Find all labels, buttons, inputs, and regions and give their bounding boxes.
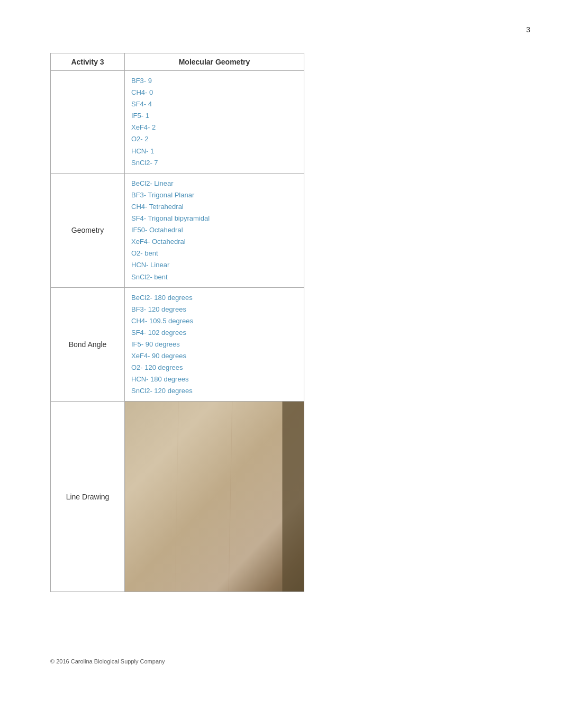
row-label: Line Drawing <box>51 402 125 592</box>
list-item: SnCl2- 120 degrees <box>131 385 297 397</box>
list-item: O2- 2 <box>131 133 297 145</box>
list-item: BF3- Trigonal Planar <box>131 189 297 201</box>
row-content <box>125 402 304 592</box>
list-item: IF5- 1 <box>131 110 297 122</box>
list-item: SF4- Trigonal bipyramidal <box>131 213 297 224</box>
row-label: Geometry <box>51 173 125 287</box>
col1-header: Activity 3 <box>51 53 125 71</box>
table-row: Bond AngleBeCl2- 180 degreesBF3- 120 deg… <box>51 287 304 402</box>
page-number: 3 <box>526 25 530 34</box>
list-item: XeF4- 90 degrees <box>131 350 297 362</box>
list-item: IF5- 90 degrees <box>131 339 297 350</box>
main-content: Activity 3 Molecular Geometry BF3- 9CH4-… <box>50 53 304 592</box>
list-item: BeCl2- Linear <box>131 178 297 189</box>
list-item: CH4- 109.5 degrees <box>131 315 297 327</box>
list-item: CH4- 0 <box>131 87 297 98</box>
list-item: SnCl2- 7 <box>131 157 297 169</box>
list-item: BF3- 120 degrees <box>131 304 297 315</box>
list-item: SF4- 4 <box>131 98 297 110</box>
list-item: HCN- Linear <box>131 259 297 271</box>
table-row: Line Drawing <box>51 402 304 592</box>
row-label: Bond Angle <box>51 287 125 402</box>
list-item: BF3- 9 <box>131 75 297 87</box>
list-item: O2- bent <box>131 248 297 259</box>
list-item: BeCl2- 180 degrees <box>131 292 297 304</box>
list-item: SnCl2- bent <box>131 271 297 283</box>
list-item: HCN- 180 degrees <box>131 374 297 385</box>
table-row: BF3- 9CH4- 0SF4- 4IF5- 1XeF4- 2O2- 2HCN-… <box>51 71 304 174</box>
svg-rect-1 <box>282 402 304 592</box>
row-content: BF3- 9CH4- 0SF4- 4IF5- 1XeF4- 2O2- 2HCN-… <box>125 71 304 174</box>
table-row: GeometryBeCl2- LinearBF3- Trigonal Plana… <box>51 173 304 287</box>
footer-text: © 2016 Carolina Biological Supply Compan… <box>50 658 165 665</box>
activity-table: Activity 3 Molecular Geometry BF3- 9CH4-… <box>50 53 304 592</box>
list-item: HCN- 1 <box>131 145 297 157</box>
list-item: CH4- Tetrahedral <box>131 201 297 213</box>
list-item: SF4- 102 degrees <box>131 327 297 339</box>
row-content: BeCl2- 180 degreesBF3- 120 degreesCH4- 1… <box>125 287 304 402</box>
svg-rect-0 <box>125 402 304 592</box>
row-label <box>51 71 125 174</box>
col2-header: Molecular Geometry <box>125 53 304 71</box>
list-item: O2- 120 degrees <box>131 362 297 374</box>
row-content: BeCl2- LinearBF3- Trigonal PlanarCH4- Te… <box>125 173 304 287</box>
list-item: XeF4- 2 <box>131 122 297 133</box>
list-item: XeF4- Octahedral <box>131 236 297 248</box>
line-drawing-image <box>125 402 304 592</box>
list-item: IF50- Octahedral <box>131 224 297 236</box>
